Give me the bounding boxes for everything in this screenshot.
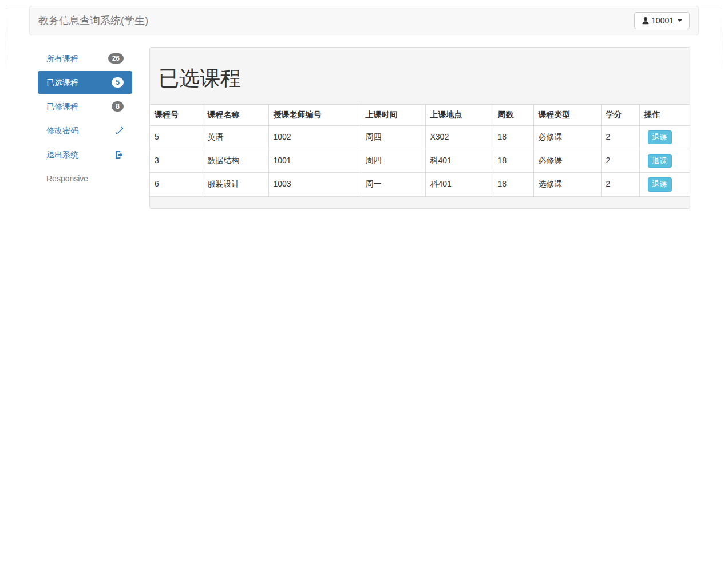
cell-course-name: 数据结构 <box>203 149 268 173</box>
navbar: 教务信息查询系统(学生) 10001 <box>29 6 699 35</box>
sidebar-item-selected-courses: 已选课程 5 <box>38 71 132 94</box>
sidebar-link-selected-courses[interactable]: 已选课程 5 <box>38 71 132 94</box>
cell-class-time: 周四 <box>361 125 425 149</box>
cell-credits: 2 <box>601 149 639 173</box>
column-header-course-name: 课程名称 <box>203 105 268 125</box>
cell-course-type: 选修课 <box>533 173 601 196</box>
window-frame-left-line <box>6 5 6 71</box>
sidebar-link-responsive[interactable]: Responsive <box>38 167 132 190</box>
count-badge: 8 <box>112 101 124 112</box>
count-badge: 26 <box>108 53 124 64</box>
table-row: 3 数据结构 1001 周四 科401 18 必修课 2 退课 <box>150 149 690 173</box>
cell-credits: 2 <box>601 125 639 149</box>
cell-class-location: X302 <box>425 125 493 149</box>
sidebar-item-all-courses: 所有课程 26 <box>38 47 132 70</box>
cell-class-location: 科401 <box>425 173 493 196</box>
cell-actions: 退课 <box>639 125 690 149</box>
drop-course-button[interactable]: 退课 <box>648 177 672 191</box>
sidebar-link-completed-courses[interactable]: 已修课程 8 <box>38 95 132 118</box>
cell-weeks: 18 <box>493 125 533 149</box>
cell-course-id: 6 <box>150 173 203 196</box>
cell-class-location: 科401 <box>425 149 493 173</box>
sidebar-item-label: 所有课程 <box>46 53 78 64</box>
panel-footer <box>150 196 690 208</box>
sidebar-item-label: 已修课程 <box>46 101 78 112</box>
table-header-row: 课程号 课程名称 授课老师编号 上课时间 上课地点 周数 课程类型 学分 操作 <box>150 105 690 125</box>
user-id: 10001 <box>651 16 674 25</box>
column-header-class-time: 上课时间 <box>361 105 425 125</box>
cell-class-time: 周一 <box>361 173 425 196</box>
courses-table: 课程号 课程名称 授课老师编号 上课时间 上课地点 周数 课程类型 学分 操作 <box>150 105 690 196</box>
page-title: 已选课程 <box>159 65 681 93</box>
cell-credits: 2 <box>601 173 639 196</box>
selected-courses-panel: 已选课程 课程号 课程名称 授课老师编号 上课时间 <box>149 47 690 209</box>
cell-class-time: 周四 <box>361 149 425 173</box>
cell-teacher-id: 1003 <box>268 173 361 196</box>
sidebar-item-label: 退出系统 <box>46 149 78 160</box>
column-header-weeks: 周数 <box>493 105 533 125</box>
cell-course-type: 必修课 <box>533 149 601 173</box>
window-frame-right-line <box>722 5 722 71</box>
drop-course-button[interactable]: 退课 <box>648 154 672 168</box>
sidebar-item-responsive: Responsive <box>38 167 132 190</box>
drop-course-button[interactable]: 退课 <box>648 130 672 144</box>
cell-actions: 退课 <box>639 173 690 196</box>
sidebar-link-change-password[interactable]: 修改密码 <box>38 119 132 142</box>
sidebar-item-change-password: 修改密码 <box>38 119 132 142</box>
column-header-credits: 学分 <box>601 105 639 125</box>
page-container: 教务信息查询系统(学生) 10001 所有课程 26 <box>29 0 699 209</box>
sidebar-item-completed-courses: 已修课程 8 <box>38 95 132 118</box>
column-header-class-location: 上课地点 <box>425 105 493 125</box>
column-header-course-id: 课程号 <box>150 105 203 125</box>
caret-down-icon <box>678 19 682 22</box>
cell-course-id: 5 <box>150 125 203 149</box>
sidebar: 所有课程 26 已选课程 5 已修课程 8 <box>29 47 141 190</box>
main-content: 已选课程 课程号 课程名称 授课老师编号 上课时间 <box>141 47 699 209</box>
count-badge: 5 <box>112 77 124 88</box>
cell-course-type: 必修课 <box>533 125 601 149</box>
cell-weeks: 18 <box>493 149 533 173</box>
sidebar-link-logout[interactable]: 退出系统 <box>38 143 132 166</box>
pencil-icon <box>115 126 124 135</box>
sidebar-link-all-courses[interactable]: 所有课程 26 <box>38 47 132 70</box>
cell-course-id: 3 <box>150 149 203 173</box>
cell-teacher-id: 1001 <box>268 149 361 173</box>
cell-actions: 退课 <box>639 149 690 173</box>
column-header-teacher-id: 授课老师编号 <box>268 105 361 125</box>
table-row: 6 服装设计 1003 周一 科401 18 选修课 2 退课 <box>150 173 690 196</box>
user-menu-button[interactable]: 10001 <box>634 12 690 29</box>
cell-course-name: 英语 <box>203 125 268 149</box>
log-out-icon <box>115 151 124 159</box>
cell-teacher-id: 1002 <box>268 125 361 149</box>
app-title: 教务信息查询系统(学生) <box>38 6 148 35</box>
window-frame-top-line <box>6 5 722 5</box>
sidebar-item-label: 修改密码 <box>46 125 78 136</box>
table-row: 5 英语 1002 周四 X302 18 必修课 2 退课 <box>150 125 690 149</box>
panel-heading: 已选课程 <box>150 48 690 105</box>
cell-weeks: 18 <box>493 173 533 196</box>
column-header-actions: 操作 <box>639 105 690 125</box>
cell-course-name: 服装设计 <box>203 173 268 196</box>
sidebar-item-label: Responsive <box>46 173 88 184</box>
sidebar-item-label: 已选课程 <box>46 77 78 88</box>
column-header-course-type: 课程类型 <box>533 105 601 125</box>
sidebar-item-logout: 退出系统 <box>38 143 132 166</box>
user-icon <box>642 17 650 25</box>
